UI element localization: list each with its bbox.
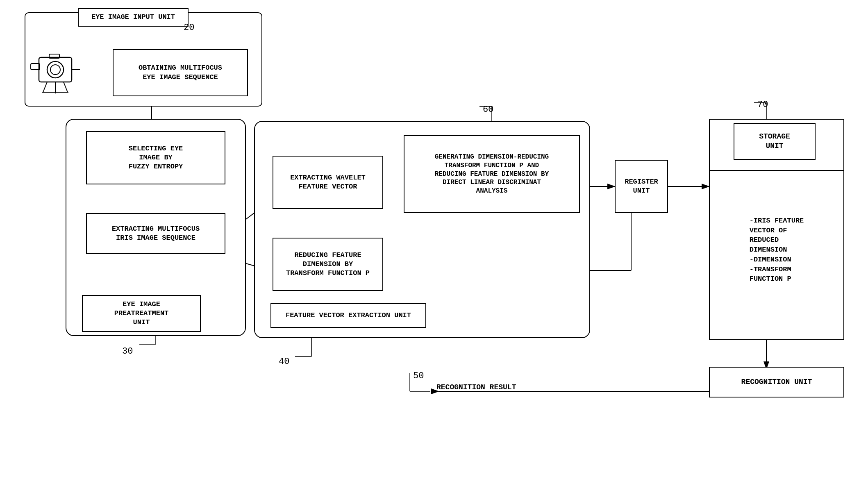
svg-line-34 [64, 82, 68, 92]
extracting-multifocus-box: EXTRACTING MULTIFOCUS IRIS IMAGE SEQUENC… [86, 213, 225, 254]
eye-image-pretreatment-label: EYE IMAGE PREATREATMENT UNIT [82, 295, 201, 332]
register-unit-box: REGISTER UNIT [615, 160, 668, 213]
generating-dimension-box: GENERATING DIMENSION-REDUCING TRANSFORM … [404, 135, 580, 213]
storage-unit-label: STORAGE UNIT [734, 123, 816, 160]
reducing-feature-box: REDUCING FEATURE DIMENSION BY TRANSFORM … [273, 238, 383, 291]
storage-content-box: -IRIS FEATURE VECTOR OF REDUCED DIMENSIO… [715, 170, 838, 330]
label-60: 60 [483, 104, 493, 115]
storage-content-list: -IRIS FEATURE VECTOR OF REDUCED DIMENSIO… [745, 212, 808, 288]
label-20: 20 [184, 23, 194, 33]
camera-icon [27, 49, 84, 94]
svg-line-32 [43, 82, 47, 92]
label-50: 50 [413, 371, 424, 381]
label-30: 30 [122, 346, 133, 357]
feature-vector-extraction-label: FEATURE VECTOR EXTRACTION UNIT [270, 303, 426, 328]
label-40: 40 [279, 357, 289, 367]
svg-rect-29 [31, 64, 40, 70]
recognition-unit-box: RECOGNITION UNIT [709, 367, 844, 398]
label-70: 70 [757, 100, 768, 110]
svg-point-27 [47, 61, 64, 78]
recognition-result-label: RECOGNITION RESULT [436, 383, 516, 391]
svg-point-28 [50, 65, 60, 75]
obtaining-multifocus-box: OBTAINING MULTIFOCUS EYE IMAGE SEQUENCE [113, 49, 248, 96]
eye-image-input-unit-label: EYE IMAGE INPUT UNIT [78, 8, 189, 27]
extracting-wavelet-box: EXTRACTING WAVELET FEATURE VECTOR [273, 156, 383, 209]
selecting-eye-image-box: SELECTING EYE IMAGE BY FUZZY ENTROPY [86, 131, 225, 184]
